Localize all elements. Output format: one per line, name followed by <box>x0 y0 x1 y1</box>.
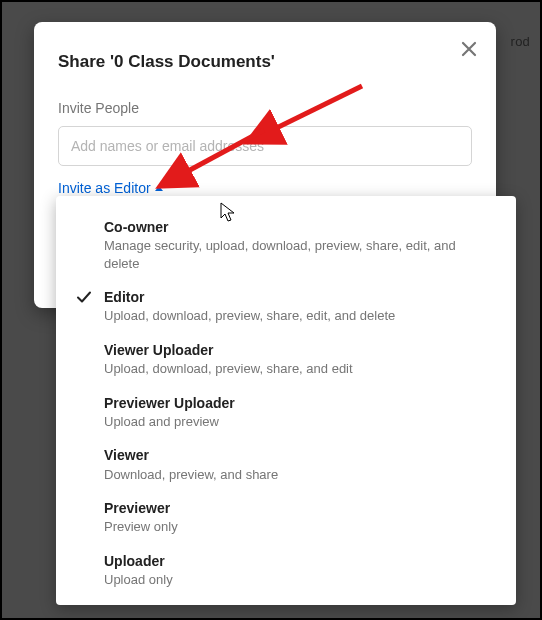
role-title: Editor <box>104 288 492 306</box>
role-desc: Manage security, upload, download, previ… <box>104 237 492 272</box>
role-desc: Download, preview, and share <box>104 466 492 484</box>
role-title: Co-owner <box>104 218 492 236</box>
role-desc: Upload, download, preview, share, and ed… <box>104 360 492 378</box>
role-option-viewer[interactable]: Viewer Download, preview, and share <box>56 438 516 491</box>
role-option-editor[interactable]: Editor Upload, download, preview, share,… <box>56 280 516 333</box>
role-desc: Upload, download, preview, share, edit, … <box>104 307 492 325</box>
role-selector[interactable]: Invite as Editor <box>58 180 163 196</box>
role-desc: Upload and preview <box>104 413 492 431</box>
role-option-viewer-uploader[interactable]: Viewer Uploader Upload, download, previe… <box>56 333 516 386</box>
role-title: Previewer Uploader <box>104 394 492 412</box>
role-option-co-owner[interactable]: Co-owner Manage security, upload, downlo… <box>56 210 516 280</box>
role-option-previewer[interactable]: Previewer Preview only <box>56 491 516 544</box>
role-desc: Preview only <box>104 518 492 536</box>
invite-people-label: Invite People <box>58 100 472 116</box>
role-option-previewer-uploader[interactable]: Previewer Uploader Upload and preview <box>56 386 516 439</box>
background-fragment-text: rod <box>511 34 530 49</box>
role-dropdown: Co-owner Manage security, upload, downlo… <box>56 196 516 605</box>
role-title: Uploader <box>104 552 492 570</box>
modal-title: Share '0 Class Documents' <box>58 52 472 72</box>
role-title: Viewer <box>104 446 492 464</box>
invite-input[interactable] <box>58 126 472 166</box>
check-icon <box>76 289 92 305</box>
role-title: Previewer <box>104 499 492 517</box>
role-desc: Upload only <box>104 571 492 589</box>
role-option-uploader[interactable]: Uploader Upload only <box>56 544 516 597</box>
role-selector-label: Invite as Editor <box>58 180 151 196</box>
close-icon <box>461 41 477 57</box>
role-title: Viewer Uploader <box>104 341 492 359</box>
close-button[interactable] <box>456 36 482 62</box>
caret-up-icon <box>155 186 163 191</box>
